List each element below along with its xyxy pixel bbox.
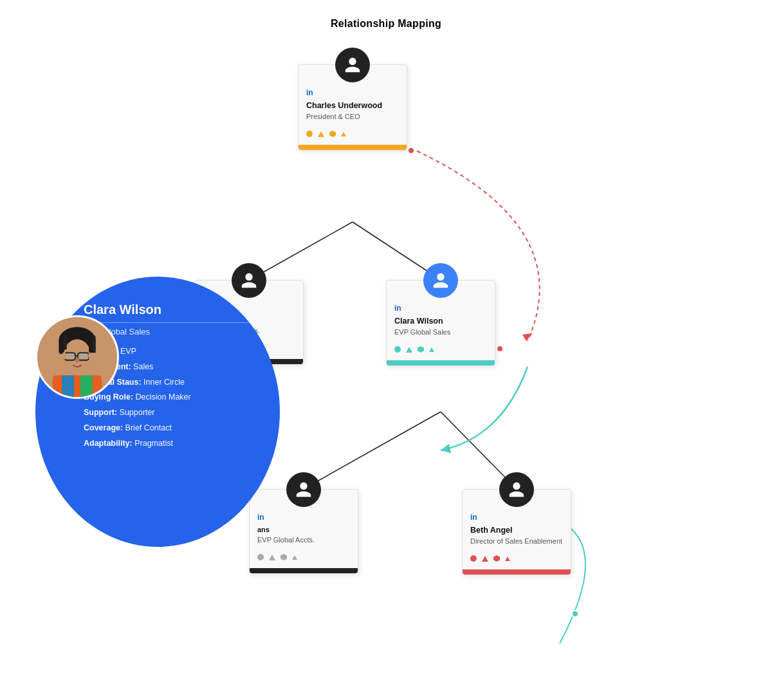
clara-person-icon	[432, 272, 450, 290]
beth-small-triangle-icon	[505, 557, 510, 561]
bottom-left-person-icon	[295, 481, 313, 499]
left-person-icon	[240, 272, 258, 290]
charles-red-dot	[407, 147, 415, 154]
bl-small-triangle-icon	[292, 555, 297, 560]
card-bottom-left[interactable]: in ans EVP Global Accts.	[249, 489, 358, 574]
bl-hex-icon	[280, 554, 287, 560]
beth-name: Beth Angel	[470, 526, 563, 535]
charles-role: President & CEO	[306, 113, 399, 120]
beth-role: Director of Sales Enablement	[470, 537, 563, 545]
charles-triangle-icon	[318, 131, 324, 137]
charles-linkedin-icon: in	[306, 88, 399, 97]
beth-avatar	[499, 472, 534, 507]
bl-circle-icon	[257, 554, 264, 560]
left-avatar	[232, 263, 266, 298]
svg-point-21	[88, 352, 93, 359]
charles-avatar	[335, 48, 370, 82]
beth-bar	[463, 569, 571, 575]
bottom-left-icons	[257, 550, 350, 562]
bottom-left-avatar	[286, 472, 321, 507]
clara-role: EVP Global Sales	[394, 328, 487, 336]
svg-marker-4	[522, 333, 533, 341]
charles-name: Charles Underwood	[306, 101, 399, 110]
svg-rect-14	[78, 353, 88, 360]
beth-hex-icon	[493, 555, 500, 562]
clara-name: Clara Wilson	[394, 317, 487, 326]
svg-line-2	[304, 412, 441, 489]
svg-rect-25	[93, 336, 96, 351]
svg-rect-17	[62, 376, 74, 399]
page-title: Relationship Mapping	[0, 0, 772, 30]
svg-line-0	[250, 222, 353, 280]
clara-small-triangle-icon	[429, 347, 434, 352]
clara-linkedin-icon: in	[394, 304, 487, 313]
charles-bar	[299, 145, 407, 150]
beth-icons	[470, 551, 563, 563]
bottom-left-linkedin-icon: in	[257, 513, 350, 522]
beth-triangle-icon	[482, 556, 488, 562]
clara-bar	[387, 360, 495, 365]
card-charles[interactable]: in Charles Underwood President & CEO	[298, 64, 407, 151]
bottom-left-name: ans	[257, 526, 350, 533]
svg-rect-23	[64, 335, 67, 350]
charles-hex-icon	[329, 131, 336, 137]
clara-avatar	[423, 263, 458, 298]
svg-point-15	[75, 358, 79, 363]
popup-detail-adaptability: Adaptability: Pragmatist	[84, 438, 270, 450]
beth-teal-dot	[571, 610, 579, 618]
clara-triangle-icon	[406, 347, 412, 353]
popup-detail-support: Support: Supporter	[84, 407, 270, 419]
popup-detail-buying: Buying Role: Decision Maker	[84, 391, 270, 403]
charles-icons	[306, 127, 399, 138]
clara-red-dot	[496, 345, 504, 353]
bl-triangle-icon	[269, 555, 275, 560]
card-beth[interactable]: in Beth Angel Director of Sales Enableme…	[462, 489, 571, 575]
clara-hex-icon	[418, 346, 424, 353]
svg-rect-18	[80, 376, 93, 399]
charles-person-icon	[344, 56, 362, 74]
svg-rect-13	[65, 353, 75, 360]
clara-circle-icon	[394, 346, 401, 353]
charles-small-triangle-icon	[341, 132, 346, 136]
popup-detail-coverage: Coverage: Brief Contact	[84, 422, 270, 434]
bottom-left-role: EVP Global Accts.	[257, 536, 350, 544]
popup-name: Clara Wilson	[84, 302, 270, 323]
clara-icons	[394, 342, 487, 354]
svg-rect-24	[89, 335, 93, 353]
charles-circle-icon	[306, 131, 313, 137]
bottom-left-bar	[250, 568, 358, 573]
beth-linkedin-icon: in	[470, 513, 563, 522]
beth-circle-icon	[470, 555, 477, 562]
beth-person-icon	[508, 481, 526, 499]
card-clara[interactable]: in Clara Wilson EVP Global Sales	[386, 280, 495, 366]
svg-rect-22	[59, 336, 63, 355]
popup-avatar	[35, 315, 119, 399]
